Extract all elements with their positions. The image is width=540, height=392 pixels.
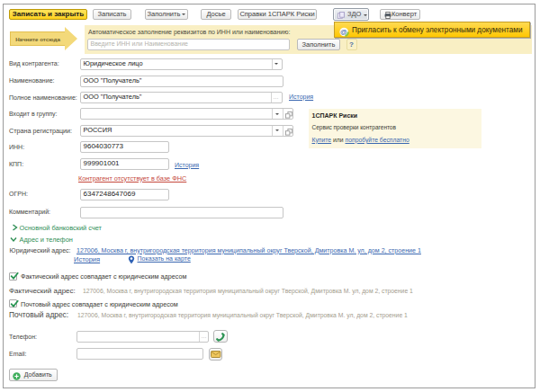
svg-text:@: @ (340, 28, 347, 36)
